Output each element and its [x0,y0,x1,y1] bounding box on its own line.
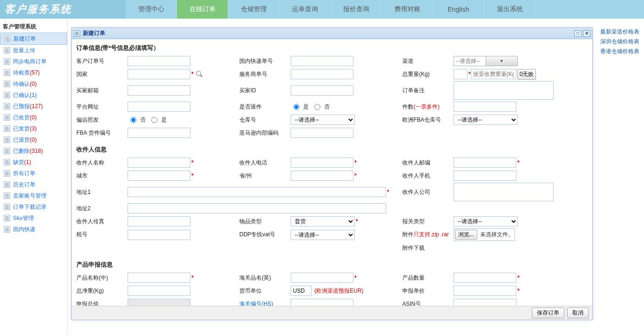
city-input[interactable] [128,171,190,181]
sidebar-item-11[interactable]: 缺货(1) [0,157,67,168]
dialog-title: 新建订单 [83,29,105,37]
qty-input[interactable] [454,273,516,283]
list-icon [4,159,10,165]
sidebar-item-15[interactable]: 订单下载记录 [0,201,67,213]
country-input[interactable] [128,69,190,79]
nav-item-6[interactable]: English [433,0,484,19]
sidebar-item-3[interactable]: 待检查(57) [0,67,67,78]
net-wt-input[interactable] [128,286,190,296]
ddp-vat-select[interactable]: --请选择-- [291,230,355,240]
amz-code-input[interactable] [291,128,353,138]
sidebar-item-label: 缺货 [13,158,24,167]
nav-item-7[interactable]: 退出系统 [484,0,536,19]
weight-zero-button[interactable]: 0无效 [517,69,536,80]
lbl-item-type: 物品类型 [239,218,291,226]
nav-item-4[interactable]: 报价查询 [331,0,382,19]
sidebar-item-14[interactable]: 卖家账号管理 [0,190,67,201]
lbl-fba-no: FBA 货件编号 [76,129,128,137]
save-button[interactable]: 保存订单 [532,308,564,318]
recv-zip-input[interactable] [454,158,516,168]
buyer-email-input[interactable] [128,85,190,96]
state-input[interactable] [291,171,353,181]
sidebar-item-4[interactable]: 待确认(0) [0,78,67,89]
sidebar-item-12[interactable]: 所有订单 [0,168,67,179]
hs-en-input[interactable] [291,273,353,283]
recv-fax-input[interactable] [128,216,190,226]
sidebar-item-13[interactable]: 历史订单 [0,179,67,190]
currency-input[interactable] [291,286,312,296]
prod-cn-input[interactable] [128,273,190,283]
section-recv: 收件人信息 收件人名称* 收件人电话* 收件人邮编* 城市* 省/州* 收件人手… [76,144,588,255]
remote-no-radio[interactable] [130,117,136,123]
addr2-input[interactable] [128,203,386,213]
is-return-group: 是 否 [291,103,330,111]
addr1-input[interactable] [128,187,386,197]
tax-no-input[interactable] [128,230,190,240]
weight-input[interactable] [454,69,468,79]
customs-type-select[interactable]: --请选择-- [454,216,518,226]
hs-code-input[interactable] [291,299,353,306]
list-icon [4,181,10,188]
sidebar-item-7[interactable]: 已收货(0) [0,112,67,123]
list-icon [4,35,11,42]
lbl-channel: 渠道 [402,57,454,65]
maximize-button[interactable]: □ [574,30,582,37]
remote-yes-radio[interactable] [151,117,157,123]
sidebar-item-16[interactable]: Sku管理 [0,213,67,224]
search-icon[interactable] [196,70,203,78]
nav-item-3[interactable]: 运单查询 [279,0,331,19]
buyer-id-input[interactable] [291,85,353,96]
fba-no-input[interactable] [128,128,190,138]
sidebar-item-17[interactable]: 国内快递 [0,224,67,235]
channel-select[interactable]: --请选择--▼ [454,56,518,66]
sidebar-item-2[interactable]: 同步电商订单 [0,56,67,67]
cust-order-input[interactable] [128,56,190,66]
recv-mobile-input[interactable] [454,171,516,181]
nav-item-1[interactable]: 在线订单 [177,0,228,19]
lbl-prod-cn: 产品名称(中) [76,274,128,282]
nav-item-5[interactable]: 费用对账 [382,0,433,19]
nav-item-0[interactable]: 管理中心 [126,0,177,19]
lbl-recv-name: 收件人名称 [76,159,128,167]
warehouse-select[interactable]: --请选择-- [291,115,355,125]
sidebar-item-0[interactable]: 新建订单 [0,33,67,45]
sidebar-item-10[interactable]: 已删除(318) [0,145,67,157]
cancel-button[interactable]: 取消 [567,308,589,318]
lbl-ddp-vat: DDP专线vat号 [239,231,291,239]
eu-fba-select[interactable]: --请选择-- [454,115,518,125]
close-button[interactable]: ✕ [583,30,590,37]
nav: 管理中心在线订单仓储管理运单查询报价查询费用对账English退出系统 [126,0,644,19]
right-link-0[interactable]: 最新渠道价格表 [600,28,641,36]
pieces-input[interactable] [454,102,516,112]
list-icon [4,215,10,221]
browse-button[interactable]: 浏览... [455,230,477,240]
sidebar-item-6[interactable]: 已预报(127) [0,101,67,112]
nav-item-2[interactable]: 仓储管理 [228,0,279,19]
platform-input[interactable] [128,102,190,112]
sidebar-item-5[interactable]: 已确认(1) [0,89,67,101]
lbl-cust-order: 客户订单号 [76,57,128,65]
sidebar-item-label: 卖家账号管理 [13,191,47,200]
sidebar-item-8[interactable]: 已发货(3) [0,123,67,134]
right-link-1[interactable]: 深圳仓储价格表 [600,38,641,46]
dom-express-input[interactable] [291,56,353,66]
return-yes-radio[interactable] [293,104,299,110]
right-link-2[interactable]: 香港仓储价格表 [600,48,641,55]
svc-order-input[interactable] [291,69,353,79]
logo: 客户服务系统 [0,0,126,19]
list-icon [4,137,10,143]
recv-name-input[interactable] [128,158,190,168]
lbl-is-return: 是否退件 [239,103,291,111]
sidebar-item-9[interactable]: 已退货(0) [0,134,67,145]
recv-co-input[interactable] [454,183,554,201]
return-no-radio[interactable] [314,104,320,110]
charge-weight-input[interactable] [471,69,516,79]
order-note-input[interactable] [454,81,554,100]
sidebar-item-1[interactable]: 批量上传 [0,45,67,56]
lbl-hs-code[interactable]: 海关编号(HS) [239,300,291,306]
asin-input[interactable] [454,299,516,306]
item-type-select[interactable]: 普货 [291,216,355,226]
lbl-hs-en: 海关品名(英) [239,274,291,282]
recv-tel-input[interactable] [291,158,353,168]
unit-price-input[interactable] [454,286,516,296]
